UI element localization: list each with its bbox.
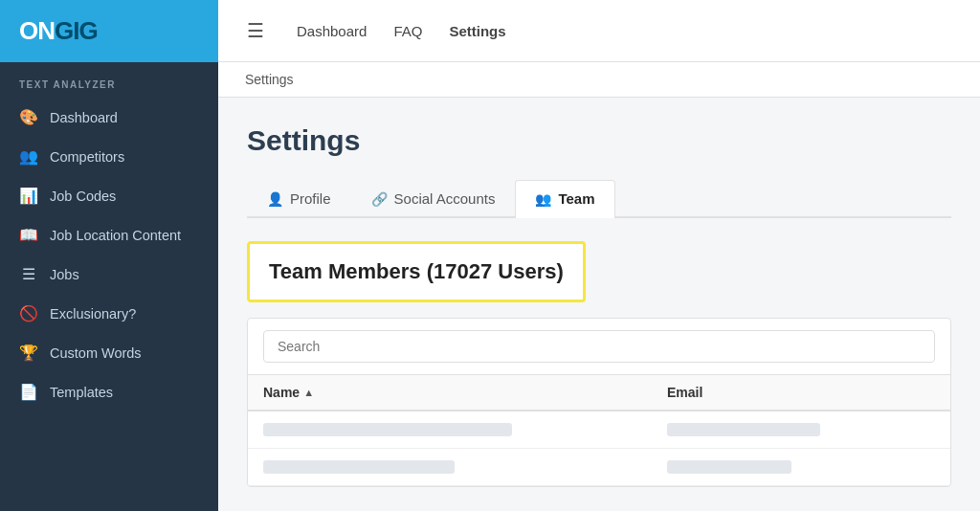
- sidebar-item-label: Jobs: [50, 267, 79, 282]
- exclusionary-icon: 🚫: [19, 304, 38, 322]
- table-cell-email: [667, 460, 935, 474]
- team-members-title: Team Members (17027 Users): [269, 259, 564, 284]
- tab-profile-label: Profile: [290, 190, 331, 207]
- column-header-name: Name ▲: [263, 385, 667, 400]
- hamburger-button[interactable]: ☰: [241, 13, 270, 48]
- breadcrumb: Settings: [218, 62, 980, 98]
- sidebar-item-label: Custom Words: [50, 345, 142, 361]
- blurred-name-2: [263, 460, 455, 474]
- sidebar-item-exclusionary[interactable]: 🚫 Exclusionary?: [0, 294, 218, 333]
- blurred-email-2: [667, 460, 791, 474]
- sidebar: ONGIG TEXT ANALYZER 🎨 Dashboard 👥 Compet…: [0, 0, 218, 511]
- topnav-dashboard[interactable]: Dashboard: [285, 17, 378, 45]
- table-cell-name: [263, 460, 667, 474]
- sidebar-nav: 🎨 Dashboard 👥 Competitors 📊 Job Codes 📖 …: [0, 98, 218, 511]
- name-header-label: Name: [263, 385, 300, 400]
- dashboard-icon: 🎨: [19, 108, 38, 126]
- sidebar-item-label: Exclusionary?: [50, 306, 136, 322]
- sidebar-item-jobs[interactable]: ☰ Jobs: [0, 255, 218, 294]
- profile-tab-icon: 👤: [267, 191, 283, 207]
- table-row: [248, 449, 950, 486]
- sidebar-item-job-location-content[interactable]: 📖 Job Location Content: [0, 215, 218, 255]
- sidebar-section-label: TEXT ANALYZER: [0, 62, 218, 98]
- blurred-email-1: [667, 423, 820, 436]
- search-input[interactable]: [263, 330, 935, 363]
- topnav-links: Dashboard FAQ Settings: [285, 17, 957, 45]
- sidebar-item-label: Competitors: [50, 149, 124, 165]
- custom-words-icon: 🏆: [19, 344, 38, 362]
- team-tab-icon: 👥: [535, 191, 551, 207]
- logo-on: ON: [19, 16, 55, 45]
- tab-team-label: Team: [558, 190, 594, 207]
- search-wrapper: [248, 319, 950, 375]
- sidebar-item-job-codes[interactable]: 📊 Job Codes: [0, 176, 218, 215]
- job-location-icon: 📖: [19, 226, 38, 244]
- table-row: [248, 411, 950, 449]
- table-header: Name ▲ Email: [248, 375, 950, 411]
- tab-team[interactable]: 👥 Team: [515, 180, 614, 218]
- sidebar-item-competitors[interactable]: 👥 Competitors: [0, 137, 218, 176]
- jobs-icon: ☰: [19, 265, 38, 283]
- settings-content: Settings 👤 Profile 🔗 Social Accounts 👥 T…: [218, 98, 980, 511]
- table-cell-email: [667, 423, 935, 436]
- sidebar-item-label: Job Location Content: [50, 228, 181, 243]
- table-cell-name: [263, 423, 667, 436]
- sidebar-item-label: Templates: [50, 385, 113, 400]
- sort-arrow-icon[interactable]: ▲: [303, 387, 314, 398]
- sidebar-item-label: Job Codes: [50, 189, 116, 204]
- social-tab-icon: 🔗: [371, 191, 388, 207]
- topnav-faq[interactable]: FAQ: [382, 17, 434, 45]
- tab-profile[interactable]: 👤 Profile: [247, 180, 351, 218]
- sidebar-item-custom-words[interactable]: 🏆 Custom Words: [0, 333, 218, 372]
- inner-content: Settings 👤 Profile 🔗 Social Accounts 👥 T…: [247, 124, 951, 487]
- team-members-header: Team Members (17027 Users): [247, 241, 586, 302]
- logo: ONGIG: [0, 0, 218, 62]
- logo-text: ONGIG: [19, 16, 98, 46]
- job-codes-icon: 📊: [19, 187, 38, 205]
- topnav-settings[interactable]: Settings: [437, 17, 517, 45]
- logo-gig: GIG: [55, 16, 98, 45]
- competitors-icon: 👥: [19, 147, 38, 166]
- content-area: Settings Settings 👤 Profile 🔗 Social Acc…: [218, 62, 980, 511]
- team-table: Name ▲ Email: [247, 318, 951, 487]
- main-area: ☰ Dashboard FAQ Settings Settings Settin…: [218, 0, 980, 511]
- page-title: Settings: [247, 124, 951, 157]
- blurred-name-1: [263, 423, 512, 436]
- tabs-container: 👤 Profile 🔗 Social Accounts 👥 Team: [247, 180, 951, 218]
- templates-icon: 📄: [19, 383, 38, 401]
- column-header-email: Email: [667, 385, 935, 400]
- topnav: ☰ Dashboard FAQ Settings: [218, 0, 980, 62]
- sidebar-item-label: Dashboard: [50, 110, 118, 125]
- sidebar-item-templates[interactable]: 📄 Templates: [0, 372, 218, 411]
- sidebar-item-dashboard[interactable]: 🎨 Dashboard: [0, 98, 218, 137]
- tab-social-label: Social Accounts: [394, 190, 496, 207]
- tab-social-accounts[interactable]: 🔗 Social Accounts: [351, 180, 516, 218]
